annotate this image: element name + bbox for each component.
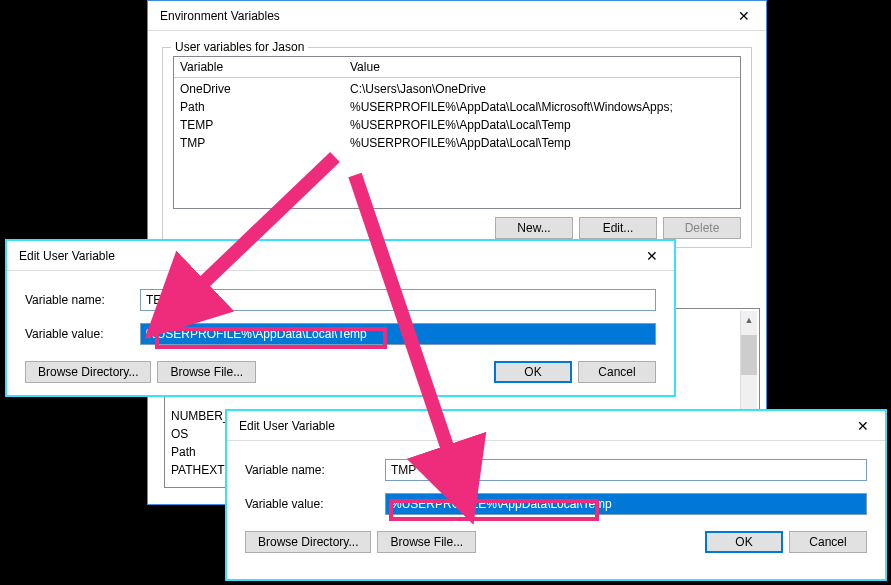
cell-val: %USERPROFILE%\AppData\Local\Temp: [344, 135, 740, 151]
variable-value-label: Variable value:: [245, 497, 385, 511]
col-value[interactable]: Value: [344, 57, 740, 77]
table-row[interactable]: OneDrive C:\Users\Jason\OneDrive: [174, 80, 740, 98]
table-row[interactable]: TEMP %USERPROFILE%\AppData\Local\Temp: [174, 116, 740, 134]
cancel-button[interactable]: Cancel: [578, 361, 656, 383]
close-button[interactable]: ✕: [840, 411, 885, 441]
table-row[interactable]: TMP %USERPROFILE%\AppData\Local\Temp: [174, 134, 740, 152]
edit-user-variable-dialog-temp: Edit User Variable ✕ Variable name: Vari…: [5, 239, 676, 397]
cell-var: TEMP: [174, 117, 344, 133]
close-button[interactable]: ✕: [629, 241, 674, 271]
variable-value-input[interactable]: [385, 493, 867, 515]
browse-directory-button[interactable]: Browse Directory...: [245, 531, 371, 553]
col-variable[interactable]: Variable: [174, 57, 344, 77]
user-variables-table[interactable]: Variable Value OneDrive C:\Users\Jason\O…: [173, 56, 741, 209]
edit-user-variable-dialog-tmp: Edit User Variable ✕ Variable name: Vari…: [225, 409, 887, 581]
variable-name-label: Variable name:: [25, 293, 140, 307]
variable-name-label: Variable name:: [245, 463, 385, 477]
titlebar: Edit User Variable ✕: [7, 241, 674, 271]
user-variables-group: User variables for Jason Variable Value …: [162, 47, 752, 248]
cell-val: %USERPROFILE%\AppData\Local\Microsoft\Wi…: [344, 99, 740, 115]
cell-val: C:\Users\Jason\OneDrive: [344, 81, 740, 97]
cell-val: %USERPROFILE%\AppData\Local\Temp: [344, 117, 740, 133]
window-title: Edit User Variable: [239, 419, 335, 433]
variable-value-input[interactable]: [140, 323, 656, 345]
cell-var: Path: [174, 99, 344, 115]
variable-name-input[interactable]: [140, 289, 656, 311]
variable-name-input[interactable]: [385, 459, 867, 481]
browse-file-button[interactable]: Browse File...: [157, 361, 256, 383]
table-body: OneDrive C:\Users\Jason\OneDrive Path %U…: [174, 78, 740, 208]
browse-file-button[interactable]: Browse File...: [377, 531, 476, 553]
close-icon: ✕: [646, 248, 658, 264]
titlebar: Edit User Variable ✕: [227, 411, 885, 441]
close-button[interactable]: ✕: [721, 1, 766, 31]
window-title: Environment Variables: [160, 9, 280, 23]
titlebar: Environment Variables ✕: [148, 1, 766, 31]
delete-button[interactable]: Delete: [663, 217, 741, 239]
ok-button[interactable]: OK: [705, 531, 783, 553]
ok-button[interactable]: OK: [494, 361, 572, 383]
table-header: Variable Value: [174, 57, 740, 78]
window-title: Edit User Variable: [19, 249, 115, 263]
scroll-thumb[interactable]: [741, 335, 757, 375]
close-icon: ✕: [857, 418, 869, 434]
cell-var: OneDrive: [174, 81, 344, 97]
browse-directory-button[interactable]: Browse Directory...: [25, 361, 151, 383]
cell-var: TMP: [174, 135, 344, 151]
user-variables-label: User variables for Jason: [171, 40, 308, 54]
table-row[interactable]: Path %USERPROFILE%\AppData\Local\Microso…: [174, 98, 740, 116]
scroll-up-arrow-icon[interactable]: ▲: [741, 311, 757, 328]
close-icon: ✕: [738, 8, 750, 24]
variable-value-label: Variable value:: [25, 327, 140, 341]
new-button[interactable]: New...: [495, 217, 573, 239]
cancel-button[interactable]: Cancel: [789, 531, 867, 553]
edit-button[interactable]: Edit...: [579, 217, 657, 239]
